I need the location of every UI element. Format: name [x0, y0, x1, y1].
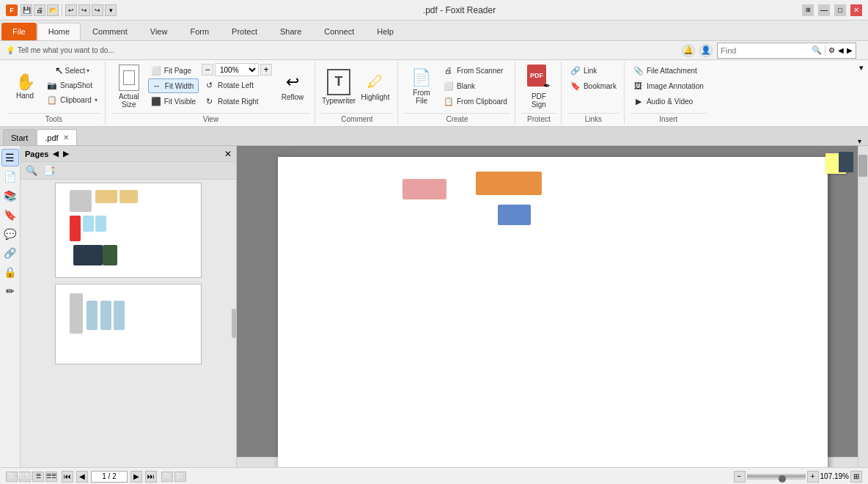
redo-btn1[interactable]: ↪ [78, 4, 90, 16]
window-title: .pdf - Foxit Reader [423, 5, 496, 15]
sidebar-bookmarks-tool[interactable]: 🔖 [1, 206, 19, 224]
ribbon-expand[interactable]: ▾ [858, 62, 865, 125]
zoom-row: − 100% 75% 150% + [202, 63, 272, 76]
fit-page-btn[interactable]: ⬜ Fit Page [148, 63, 199, 78]
sidebar-hand-tool[interactable]: ☰ [1, 149, 19, 166]
from-clipboard-btn[interactable]: 📋 From Clipboard [441, 94, 510, 109]
help-search[interactable]: 💡 Tell me what you want to do... [6, 46, 114, 54]
tab-help[interactable]: Help [366, 23, 405, 40]
tab-connect[interactable]: Connect [313, 23, 365, 40]
page-input[interactable] [91, 471, 128, 483]
typewriter-btn[interactable]: T Typewriter [321, 63, 356, 110]
first-page-btn[interactable]: ⏮ [62, 471, 73, 483]
find-options-icon[interactable]: ⚙ [828, 46, 835, 54]
fit-page-status-btn[interactable]: ⊞ [850, 471, 862, 483]
view-mode-btn1[interactable]: ⬜ [161, 472, 173, 482]
view-mode-btn2[interactable]: ⬜ [174, 472, 186, 482]
sidebar-links-tool[interactable]: 🔗 [1, 244, 19, 262]
tab-close-btn[interactable]: ✕ [63, 133, 69, 142]
select-btn[interactable]: ↖ Select ▾ [44, 63, 100, 78]
sidebar-pages-tool[interactable]: 📄 [1, 168, 19, 186]
prev-page-btn[interactable]: ◀ [76, 471, 88, 483]
title-bar: F 💾 🖨 📂 ↩ ↪ ↪ ▾ .pdf - Foxit Reader ⊞ — … [0, 0, 868, 21]
audio-video-btn[interactable]: ▶ Audio & Video [630, 94, 707, 109]
scrollbar-thumb[interactable] [858, 155, 867, 177]
highlight-btn[interactable]: 🖊 Highlight [358, 63, 393, 110]
maximize-btn[interactable]: □ [834, 4, 846, 16]
redo-btn2[interactable]: ↪ [92, 4, 103, 16]
pages-expand-icon[interactable]: ◀ [53, 150, 59, 158]
open-btn[interactable]: 📂 [47, 4, 59, 16]
image-annotation-btn[interactable]: 🖼 Image Annotation [630, 78, 707, 93]
find-next-icon[interactable]: ▶ [847, 46, 853, 54]
zoom-in-btn[interactable]: + [260, 64, 272, 76]
blank-btn[interactable]: ⬜ Blank [441, 78, 510, 93]
fit-width-btn[interactable]: ↔ Fit Width [148, 78, 199, 93]
continuous-btn[interactable]: ☰ [32, 472, 44, 482]
find-prev-icon[interactable]: ◀ [838, 46, 844, 54]
pdf-sign-btn[interactable]: PDF ✒ PDFSign [521, 63, 556, 110]
pages-view-btn1[interactable]: 🔍 [25, 164, 38, 177]
sidebar-security-tool[interactable]: 🔒 [1, 263, 19, 281]
protect-group: PDF ✒ PDFSign Protect [517, 62, 562, 125]
pages-close-btn[interactable]: ✕ [224, 149, 232, 159]
tab-comment[interactable]: Comment [81, 23, 139, 40]
doc-shape-blue [498, 205, 531, 225]
pages-scroll-area[interactable] [21, 180, 236, 467]
minimize-btn[interactable]: — [818, 4, 830, 16]
from-scanner-btn[interactable]: 🖨 From Scanner [441, 63, 510, 78]
panel-resize-handle[interactable] [232, 309, 236, 338]
sidebar-sign-tool[interactable]: ✏ [1, 282, 19, 300]
quick-access-btn[interactable]: 💾 [21, 4, 32, 16]
tab-pdf-label: .pdf [45, 133, 58, 142]
user-btn[interactable]: 👤 [699, 44, 713, 57]
clipboard-btn[interactable]: 📋 Clipboard ▾ [44, 92, 100, 107]
sidebar-layers-tool[interactable]: 📚 [1, 187, 19, 205]
tab-view[interactable]: View [139, 23, 179, 40]
tab-home[interactable]: Home [37, 23, 81, 40]
tile-btn[interactable]: ⊞ [802, 4, 814, 16]
sidebar-comments-tool[interactable]: 💬 [1, 225, 19, 243]
continuous-facing-btn[interactable]: ☰☰ [45, 472, 57, 482]
zoom-out-status-btn[interactable]: − [734, 471, 746, 483]
tab-start[interactable]: Start [3, 129, 36, 145]
from-clipboard-icon: 📋 [444, 96, 454, 106]
document-view[interactable] [237, 146, 868, 467]
bookmark-btn[interactable]: 🔖 Bookmark [567, 78, 619, 93]
pages-more-icon[interactable]: ▶ [63, 150, 69, 158]
vertical-scrollbar[interactable] [858, 146, 868, 467]
zoom-out-btn[interactable]: − [202, 64, 213, 76]
next-page-btn[interactable]: ▶ [130, 471, 142, 483]
close-btn[interactable]: ✕ [850, 4, 862, 16]
last-page-btn[interactable]: ⏭ [145, 471, 157, 483]
find-input[interactable] [721, 46, 809, 55]
facing-page-btn[interactable]: ⬜⬜ [19, 472, 31, 482]
snapshot-btn[interactable]: 📷 SnapShot [44, 78, 100, 92]
tab-scroll-btn[interactable]: ▾ [853, 137, 865, 145]
tab-protect[interactable]: Protect [221, 23, 268, 40]
reflow-btn[interactable]: ↩ Reflow [275, 63, 310, 110]
undo-btn[interactable]: ↩ [65, 4, 77, 16]
file-attachment-btn[interactable]: 📎 File Attachment [630, 63, 707, 78]
thumb-shape [70, 216, 81, 241]
single-page-btn[interactable]: ⬜ [6, 472, 18, 482]
fit-visible-btn[interactable]: ⬛ Fit Visible [148, 94, 199, 109]
link-btn[interactable]: 🔗 Link [567, 63, 619, 78]
notification-btn[interactable]: 🔔 [682, 44, 695, 57]
print-btn[interactable]: 🖨 [34, 4, 45, 16]
tab-share[interactable]: Share [269, 23, 312, 40]
zoom-select[interactable]: 100% 75% 150% [215, 63, 259, 76]
rotate-left-btn[interactable]: ↺ Rotate Left [202, 78, 272, 92]
tab-pdf[interactable]: .pdf ✕ [37, 129, 76, 145]
actual-size-btn[interactable]: ActualSize [111, 63, 147, 110]
tab-form[interactable]: Form [179, 23, 220, 40]
tab-file[interactable]: File [1, 23, 37, 40]
zoom-in-status-btn[interactable]: + [807, 471, 819, 483]
zoom-slider[interactable] [747, 474, 806, 480]
customize-btn[interactable]: ▾ [105, 4, 117, 16]
rotate-right-btn[interactable]: ↻ Rotate Right [202, 94, 272, 109]
from-file-btn[interactable]: 📄 FromFile [404, 63, 439, 110]
find-icon[interactable]: 🔍 [812, 45, 822, 55]
hand-tool-btn[interactable]: ✋ Hand [7, 63, 43, 110]
pages-view-btn2[interactable]: 📑 [43, 164, 56, 177]
